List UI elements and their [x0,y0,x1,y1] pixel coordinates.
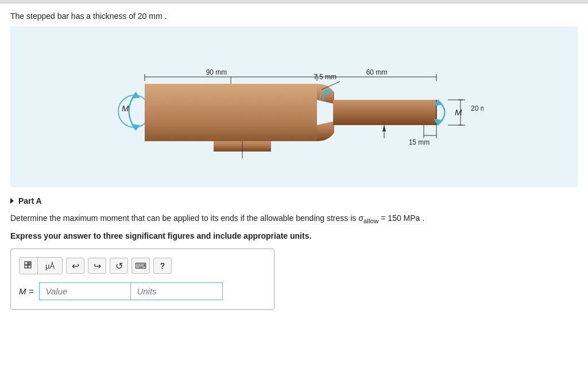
dim-15mm: 15 mm [409,138,430,146]
dim-60mm: 60 mm [366,68,388,76]
grid-button[interactable] [20,258,38,274]
answer-box: μÅ ↩ ↪ ↺ ⌨ ? M = [10,248,274,310]
keyboard-button[interactable]: ⌨ [131,258,150,274]
refresh-button[interactable]: ↺ [110,258,128,274]
svg-rect-29 [25,265,28,268]
part-a-label: Part A [18,196,42,205]
help-button[interactable]: ? [153,258,172,274]
m-equals-label: M = [19,286,33,296]
problem-text: The stepped bar has a thickness of 20 mm… [10,11,167,21]
m-label-left: M [122,103,129,113]
input-row: M = [19,282,266,300]
toolbar: μÅ ↩ ↪ ↺ ⌨ ? [19,257,266,274]
diagram-svg: M [105,38,483,176]
svg-rect-28 [28,262,31,265]
part-a-section: Part A Determine the maximum moment that… [0,187,588,310]
dim-90mm: 90 mm [206,68,227,76]
svg-rect-27 [25,262,28,265]
svg-marker-26 [382,125,386,131]
bar-small-section [333,100,436,125]
units-input[interactable] [131,282,223,300]
m-label-right: M [455,107,462,117]
format-btn-group: μÅ [19,257,63,274]
value-input[interactable] [39,282,131,300]
collapse-icon[interactable] [10,198,14,204]
part-a-header: Part A [10,196,578,205]
dim-20mm: 20 mm [471,104,483,112]
problem-statement: The stepped bar has a thickness of 20 mm… [0,3,588,26]
svg-rect-30 [28,265,31,268]
diagram-container: M [10,26,578,187]
undo-button[interactable]: ↩ [66,258,84,274]
dim-75mm: 7.5 mm [314,73,336,81]
instruction-text: Express your answer to three significant… [10,231,578,240]
svg-rect-3 [145,84,317,141]
redo-button[interactable]: ↪ [88,258,106,274]
mu-button[interactable]: μÅ [38,258,62,274]
question-text: Determine the maximum moment that can be… [10,212,578,226]
